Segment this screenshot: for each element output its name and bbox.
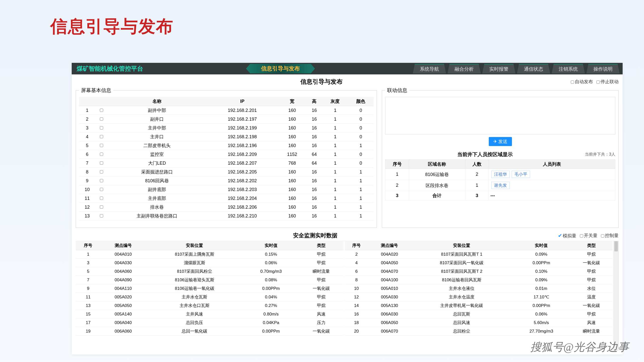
cell: 1	[76, 250, 101, 259]
cell-people: 谢先发	[489, 180, 615, 191]
cell: 9	[76, 284, 101, 293]
monitor-header: 安全监测实时数据 ✔模拟量 开关量 控制量	[76, 232, 619, 239]
message-textarea[interactable]	[385, 97, 615, 134]
cell: 0.08%	[244, 276, 299, 284]
work-area: 信息引导与发布 自动发布 停止联动 屏幕基本信息 名称IP宽高灰度颜色 1副井中…	[72, 74, 623, 354]
nav-item[interactable]: 融合分析	[448, 64, 481, 74]
cell: 2	[465, 169, 489, 180]
cell: 160	[278, 106, 306, 115]
row-check[interactable]	[95, 132, 108, 141]
table-row[interactable]: 6监控室192.168.2.20911526410	[79, 150, 374, 159]
stop-link-checkbox[interactable]: 停止联动	[596, 79, 619, 85]
cell: 16	[306, 132, 323, 141]
row-check[interactable]	[95, 124, 108, 132]
row-check[interactable]	[95, 106, 108, 115]
table-row: 1004A0108107采面上隅角瓦斯0.15%甲烷	[76, 250, 344, 259]
row-check[interactable]	[95, 168, 108, 176]
cell: 主井水仓液位	[411, 284, 513, 293]
cell: 16	[306, 115, 323, 124]
table-row: 12005A030主井水仓温度17.10℃温度	[345, 293, 613, 301]
row-check[interactable]	[95, 115, 108, 124]
ctrl-checkbox[interactable]: 控制量	[601, 233, 619, 239]
cell: 1	[323, 106, 348, 115]
switch-checkbox[interactable]: 开关量	[580, 233, 597, 239]
row-check[interactable]	[95, 141, 108, 150]
scroll-thumb[interactable]	[614, 241, 618, 251]
table-row[interactable]: 7大门LED192.168.2.2077686410	[79, 159, 374, 168]
cell: 12	[345, 293, 368, 301]
cell: 192.168.2.196	[207, 141, 278, 150]
cell: 192.168.2.205	[207, 168, 278, 176]
person-tag[interactable]: 毛小平	[512, 171, 530, 178]
cell: 8106运输巷一氧化碳	[146, 284, 243, 293]
cell: 16	[306, 203, 323, 212]
cell: 005A010	[368, 284, 411, 293]
cell: 监控室	[107, 150, 206, 159]
cell: 8	[345, 276, 368, 284]
cell: 160	[278, 212, 306, 220]
cell: 主井水仓瓦斯	[146, 293, 243, 301]
cell: 8107采面上隅角瓦斯	[146, 250, 243, 259]
cell: 11	[76, 293, 101, 301]
table-row[interactable]: 2副井口192.168.2.1971601610	[79, 115, 374, 124]
nav-item[interactable]: 注销系统	[552, 64, 585, 74]
monitor-scrollbar[interactable]	[614, 241, 619, 350]
cell: 004A060	[101, 267, 146, 276]
person-tag[interactable]: 汪祖华	[491, 171, 510, 178]
row-check[interactable]	[95, 212, 108, 220]
col-header: 安装位置	[411, 241, 513, 250]
cell: 主井水仓温度	[411, 293, 513, 301]
sim-checkbox[interactable]: ✔模拟量	[558, 233, 576, 239]
table-row[interactable]: 1副井中部192.168.2.2011601610	[79, 106, 374, 115]
row-check[interactable]	[95, 150, 108, 159]
screen-legend: 屏幕基本信息	[79, 87, 113, 94]
table-row[interactable]: 3主井中部192.168.2.1991601610	[79, 124, 374, 132]
send-row: ✈ 发送	[385, 134, 615, 150]
app-frame: 煤矿智能机械化管控平台 信息引导与发布 系统导航融合分析实时报警通信状态注销系统…	[72, 63, 623, 354]
table-row[interactable]: 13主副井联络巷岔路口192.168.2.2101601611	[79, 212, 374, 220]
col-header: 实时值	[513, 241, 570, 250]
slide-title: 信息引导与发布	[50, 15, 174, 38]
col-header: 人员列表	[489, 160, 615, 169]
cell: 16	[306, 106, 323, 115]
cell: 192.168.2.199	[207, 124, 278, 132]
person-tag[interactable]: 谢先发	[491, 182, 510, 189]
table-row[interactable]: 98106回风巷192.168.2.2021601611	[79, 176, 374, 185]
row-check[interactable]	[95, 194, 108, 203]
table-row[interactable]: 8采面掘进岔路口192.168.2.2051601611	[79, 168, 374, 176]
table-row[interactable]: 10副井底部192.168.2.2031601611	[79, 185, 374, 194]
row-check[interactable]	[95, 176, 108, 185]
table-row[interactable]: 12排水巷192.168.2.2061601611	[79, 203, 374, 212]
table-row[interactable]: 11主井底部192.168.2.2041601611	[79, 194, 374, 203]
monitor-col-right: 序号测点编号安装位置实时值类型2004A0208107采面回风瓦斯T 10.09…	[345, 241, 613, 350]
row-check[interactable]	[95, 185, 108, 194]
cell: 006A070	[368, 327, 411, 336]
col-header: 颜色	[348, 97, 374, 106]
table-row[interactable]: 5二部皮带机头192.168.2.1961601611	[79, 141, 374, 150]
cell: 主副井联络巷岔路口	[107, 212, 206, 220]
cell: 160	[278, 141, 306, 150]
col-header: 类型	[299, 241, 344, 250]
nav-item[interactable]: 系统导航	[413, 64, 446, 74]
send-button[interactable]: ✈ 发送	[489, 137, 512, 146]
cell: 1	[348, 168, 374, 176]
row-check[interactable]	[95, 203, 108, 212]
cell: 3	[465, 191, 489, 200]
cell: 0.00PPm	[513, 259, 570, 267]
cell: 192.168.2.209	[207, 150, 278, 159]
cell: 0.06%	[244, 259, 299, 267]
cell: 192.168.2.210	[207, 212, 278, 220]
nav-item[interactable]: 通信状态	[517, 64, 550, 74]
watermark: 搜狐号@光谷身边事	[530, 340, 629, 354]
table-row[interactable]: 4主井口192.168.2.1981601610	[79, 132, 374, 141]
row-check[interactable]	[95, 159, 108, 168]
cell: 16	[345, 310, 368, 319]
cell: 主井底部	[107, 194, 206, 203]
nav-item[interactable]: 实时报警	[482, 64, 515, 74]
auto-publish-checkbox[interactable]: 自动发布	[571, 79, 593, 85]
col-header: 序号	[76, 241, 101, 250]
cell: 1	[323, 176, 348, 185]
cell: 8107采面回风瓦斯T 1	[411, 250, 513, 259]
nav-item[interactable]: 操作说明	[586, 64, 620, 74]
cell: 004A110	[101, 284, 146, 293]
